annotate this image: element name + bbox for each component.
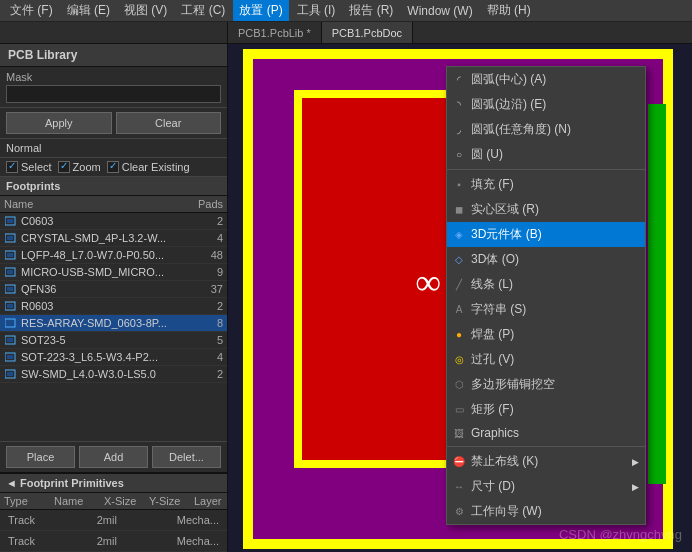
fp-row[interactable]: SOT-223-3_L6.5-W3.4-P2...4 — [0, 349, 227, 366]
menu-3d[interactable]: ◇ 3D体 (O) — [447, 247, 645, 272]
tab-pcblib[interactable]: PCB1.PcbLib * — [228, 22, 322, 43]
mask-input[interactable] — [6, 85, 221, 103]
menu-arc-edge[interactable]: ◝ 圆弧(边沿) (E) — [447, 92, 645, 117]
menu-project[interactable]: 工程 (C) — [175, 0, 231, 21]
prim-row-2: Track 2mil Mecha... — [0, 531, 227, 552]
graphics-icon: 🖼 — [451, 428, 467, 439]
svg-rect-11 — [7, 304, 13, 308]
menu-view[interactable]: 视图 (V) — [118, 0, 173, 21]
menu-polygon-cutout-label: 多边形铺铜挖空 — [471, 376, 555, 393]
menu-polygon-cutout[interactable]: ⬡ 多边形铺铜挖空 — [447, 372, 645, 397]
fp-row-pads: 2 — [183, 215, 223, 227]
watermark: CSDN @zhvngchvng — [559, 527, 682, 542]
fp-row[interactable]: R06032 — [0, 298, 227, 315]
arc-center-icon: ◜ — [451, 74, 467, 85]
menu-rect[interactable]: ▭ 矩形 (F) — [447, 397, 645, 422]
menu-3d-body[interactable]: ◈ 3D元件体 (B) — [447, 222, 645, 247]
fp-row-pads: 2 — [183, 300, 223, 312]
fp-row-name: RES-ARRAY-SMD_0603-8P... — [21, 317, 183, 329]
menu-pad-label: 焊盘 (P) — [471, 326, 514, 343]
fill-icon: ▪ — [451, 179, 467, 190]
add-button[interactable]: Add — [79, 446, 148, 468]
menu-file[interactable]: 文件 (F) — [4, 0, 59, 21]
fp-row-name: QFN36 — [21, 283, 183, 295]
prim-layer-2: Mecha... — [173, 533, 223, 549]
place-button[interactable]: Place — [6, 446, 75, 468]
fp-row[interactable]: SW-SMD_L4.0-W3.0-LS5.02 — [0, 366, 227, 383]
tab-pcbdoc[interactable]: PCB1.PcbDoc — [322, 22, 413, 43]
select-checkbox[interactable]: Select — [6, 161, 52, 173]
fp-row-icon — [4, 300, 18, 312]
menu-fill[interactable]: ▪ 填充 (F) — [447, 172, 645, 197]
fp-row-pads: 4 — [183, 351, 223, 363]
3d-icon: ◇ — [451, 254, 467, 265]
arc-edge-icon: ◝ — [451, 99, 467, 110]
delete-button[interactable]: Delet... — [152, 446, 221, 468]
fp-row-pads: 48 — [183, 249, 223, 261]
fp-row[interactable]: LQFP-48_L7.0-W7.0-P0.50...48 — [0, 247, 227, 264]
fp-row[interactable]: CRYSTAL-SMD_4P-L3.2-W...4 — [0, 230, 227, 247]
fp-row[interactable]: MICRO-USB-SMD_MICRO...9 — [0, 264, 227, 281]
select-cb-icon — [6, 161, 18, 173]
main-layout: PCB Library Mask Apply Clear Normal Sele… — [0, 44, 692, 552]
menu-report[interactable]: 报告 (R) — [343, 0, 399, 21]
menu-window[interactable]: Window (W) — [401, 2, 478, 20]
menu-dimension[interactable]: ↔ 尺寸 (D) — [447, 474, 645, 499]
menu-3d-body-label: 3D元件体 (B) — [471, 226, 542, 243]
fp-row-icon — [4, 334, 18, 346]
menu-arc-center[interactable]: ◜ 圆弧(中心) (A) — [447, 67, 645, 92]
fp-row[interactable]: C06032 — [0, 213, 227, 230]
fp-row-pads: 8 — [183, 317, 223, 329]
apply-button[interactable]: Apply — [6, 112, 112, 134]
primitives-section: ◄ Footprint Primitives Type Name X-Size … — [0, 472, 227, 552]
menu-keepout-label: 禁止布线 (K) — [471, 453, 538, 470]
clear-existing-cb-icon — [107, 161, 119, 173]
fp-row[interactable]: RES-ARRAY-SMD_0603-8P...8 — [0, 315, 227, 332]
clear-existing-label: Clear Existing — [122, 161, 190, 173]
menu-circle[interactable]: ○ 圆 (U) — [447, 142, 645, 167]
clear-existing-checkbox[interactable]: Clear Existing — [107, 161, 190, 173]
clear-button[interactable]: Clear — [116, 112, 222, 134]
menu-edit[interactable]: 编辑 (E) — [61, 0, 116, 21]
prim-xsize-1: 2mil — [93, 512, 133, 528]
menu-text[interactable]: A 字符串 (S) — [447, 297, 645, 322]
rect-icon: ▭ — [451, 404, 467, 415]
menu-solid[interactable]: ◼ 实心区域 (R) — [447, 197, 645, 222]
menu-arc-any[interactable]: ◞ 圆弧(任意角度) (N) — [447, 117, 645, 142]
fp-row[interactable]: QFN3637 — [0, 281, 227, 298]
menu-via[interactable]: ◎ 过孔 (V) — [447, 347, 645, 372]
prim-col-layer: Layer — [190, 493, 227, 509]
menu-pad[interactable]: ● 焊盘 (P) — [447, 322, 645, 347]
fp-row-name: CRYSTAL-SMD_4P-L3.2-W... — [21, 232, 183, 244]
prim-name-2 — [48, 533, 92, 549]
menu-3d-label: 3D体 (O) — [471, 251, 519, 268]
menu-fill-label: 填充 (F) — [471, 176, 514, 193]
fp-row-pads: 5 — [183, 334, 223, 346]
fp-row-pads: 37 — [183, 283, 223, 295]
menu-circle-label: 圆 (U) — [471, 146, 503, 163]
menu-rect-label: 矩形 (F) — [471, 401, 514, 418]
fp-row-name: SOT-223-3_L6.5-W3.4-P2... — [21, 351, 183, 363]
menu-keepout[interactable]: ⛔ 禁止布线 (K) — [447, 449, 645, 474]
fp-row[interactable]: SOT23-55 — [0, 332, 227, 349]
menu-line[interactable]: ╱ 线条 (L) — [447, 272, 645, 297]
prim-type-2: Track — [4, 533, 48, 549]
menu-help[interactable]: 帮助 (H) — [481, 0, 537, 21]
menu-wizard[interactable]: ⚙ 工作向导 (W) — [447, 499, 645, 524]
bottom-buttons: Place Add Delet... — [0, 441, 227, 472]
wizard-icon: ⚙ — [451, 506, 467, 517]
zoom-checkbox[interactable]: Zoom — [58, 161, 101, 173]
fp-row-name: MICRO-USB-SMD_MICRO... — [21, 266, 183, 278]
menu-tools[interactable]: 工具 (I) — [291, 0, 342, 21]
svg-rect-19 — [7, 372, 13, 376]
menu-graphics[interactable]: 🖼 Graphics — [447, 422, 645, 444]
menu-arc-any-label: 圆弧(任意角度) (N) — [471, 121, 571, 138]
text-icon: A — [451, 304, 467, 315]
menu-place[interactable]: 放置 (P) — [233, 0, 288, 21]
pad-icon: ● — [451, 329, 467, 340]
via-icon: ◎ — [451, 354, 467, 365]
arc-any-icon: ◞ — [451, 124, 467, 135]
prim-table-header: Type Name X-Size Y-Size Layer — [0, 493, 227, 510]
solid-icon: ◼ — [451, 204, 467, 215]
menu-divider-1 — [447, 169, 645, 170]
